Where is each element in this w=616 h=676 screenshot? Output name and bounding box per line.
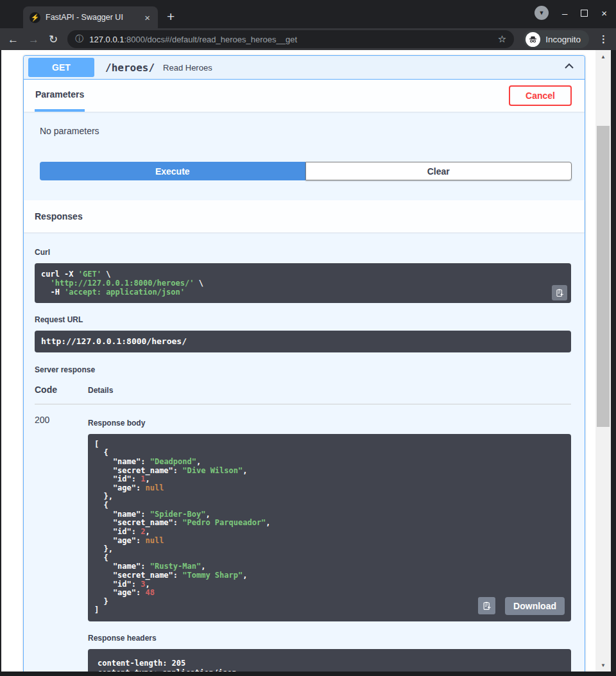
scrollbar-thumb[interactable]	[597, 126, 610, 427]
back-icon[interactable]: ←	[8, 34, 19, 45]
window-controls: ▼ – ×	[535, 0, 607, 26]
browser-toolbar: ← → ↻ ⓘ 127.0.0.1:8000/docs#/default/rea…	[0, 28, 616, 50]
no-parameters-text: No parameters	[40, 126, 99, 136]
curl-label: Curl	[35, 248, 571, 257]
response-body-json: [ { "name": "Deadpond", "secret_name": "…	[94, 440, 565, 615]
site-info-icon[interactable]: ⓘ	[75, 33, 83, 45]
new-tab-button[interactable]: +	[167, 9, 175, 24]
tab-parameters[interactable]: Parameters	[35, 80, 85, 112]
response-headers-label: Response headers	[88, 634, 571, 643]
request-url-text: http://127.0.0.1:8000/heroes/	[41, 336, 565, 346]
scroll-down-icon[interactable]: ▼	[595, 661, 611, 670]
request-url-label: Request URL	[35, 315, 571, 324]
responses-title: Responses	[35, 211, 83, 221]
collapse-chevron-icon[interactable]	[563, 60, 576, 75]
endpoint-summary: Read Heroes	[163, 63, 212, 73]
parameters-body: No parameters	[24, 112, 585, 162]
opblock-summary[interactable]: GET /heroes/ Read Heroes	[24, 56, 585, 80]
execute-button[interactable]: Execute	[40, 162, 305, 180]
copy-curl-button[interactable]	[552, 285, 567, 300]
reload-icon[interactable]: ↻	[49, 34, 58, 45]
status-code: 200	[35, 415, 88, 672]
code-column-header: Code	[35, 385, 88, 395]
tab-close-icon[interactable]: ×	[143, 12, 151, 23]
responses-header: Responses	[24, 200, 585, 232]
method-badge: GET	[28, 58, 94, 77]
response-table-header: Code Details	[35, 383, 571, 404]
bookmark-star-icon[interactable]: ☆	[498, 33, 506, 45]
window-frame-right	[611, 50, 616, 672]
clear-button[interactable]: Clear	[305, 162, 572, 180]
details-column-header: Details	[88, 386, 113, 395]
response-body-block: [ { "name": "Deadpond", "secret_name": "…	[88, 434, 571, 621]
cancel-button[interactable]: Cancel	[509, 85, 572, 106]
parameters-title: Parameters	[35, 89, 84, 100]
tab-title: FastAPI - Swagger UI	[46, 13, 138, 22]
responses-body: Curl curl -X 'GET' \ 'http://127.0.0.1:8…	[24, 232, 585, 672]
response-row-200: 200 Response body [ { "name": "Deadpond"…	[35, 404, 571, 672]
opblock-get-heroes: GET /heroes/ Read Heroes Parameters Canc…	[23, 55, 585, 672]
scroll-up-icon[interactable]: ▲	[595, 52, 611, 61]
fastapi-favicon-icon: ⚡	[30, 12, 40, 23]
copy-response-button[interactable]	[478, 597, 495, 614]
close-button[interactable]: ×	[601, 8, 607, 18]
curl-command-text: curl -X 'GET' \ 'http://127.0.0.1:8000/h…	[41, 270, 565, 297]
tab-search-icon[interactable]: ▼	[535, 6, 549, 20]
response-headers-block: content-length: 205 content-type: applic…	[88, 649, 571, 672]
endpoint-path: /heroes/	[105, 62, 155, 74]
scrollbar[interactable]: ▲ ▼	[595, 50, 611, 672]
browser-tab[interactable]: ⚡ FastAPI - Swagger UI ×	[23, 6, 158, 28]
request-url-block: http://127.0.0.1:8000/heroes/	[35, 331, 571, 352]
parameters-header: Parameters Cancel	[24, 80, 585, 112]
response-body-label: Response body	[88, 419, 571, 428]
execute-row: Execute Clear	[24, 162, 585, 180]
window-frame-bottom	[0, 672, 616, 676]
curl-code-block: curl -X 'GET' \ 'http://127.0.0.1:8000/h…	[35, 263, 571, 303]
minimize-button[interactable]: –	[562, 8, 567, 18]
incognito-badge: Incognito	[524, 30, 589, 48]
url-text: 127.0.0.1:8000/docs#/default/read_heroes…	[89, 35, 492, 44]
swagger-page: GET /heroes/ Read Heroes Parameters Canc…	[0, 50, 595, 672]
url-bar[interactable]: ⓘ 127.0.0.1:8000/docs#/default/read_hero…	[67, 30, 514, 48]
forward-icon[interactable]: →	[28, 34, 39, 45]
tab-strip: ⚡ FastAPI - Swagger UI × + ▼ – ×	[0, 0, 616, 28]
response-headers-text: content-length: 205 content-type: applic…	[98, 659, 561, 672]
browser-window: ⚡ FastAPI - Swagger UI × + ▼ – × ← → ↻ ⓘ…	[0, 0, 616, 676]
menu-icon[interactable]: ⋮	[599, 33, 608, 45]
incognito-icon	[526, 32, 540, 47]
incognito-label: Incognito	[545, 35, 581, 44]
maximize-button[interactable]	[581, 10, 588, 17]
server-response-label: Server response	[35, 365, 571, 374]
download-button[interactable]: Download	[505, 597, 565, 615]
